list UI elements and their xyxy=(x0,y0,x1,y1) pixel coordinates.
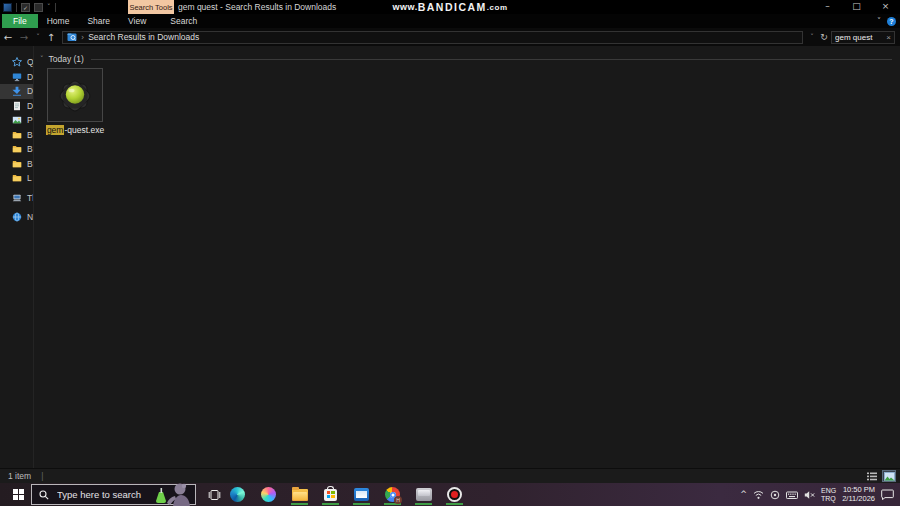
up-button[interactable]: ↑ xyxy=(44,32,58,43)
search-results-folder-icon xyxy=(67,32,77,42)
status-bar: 1 item | xyxy=(0,468,900,483)
item-count: 1 item xyxy=(8,471,31,481)
documents-icon xyxy=(12,101,22,111)
tab-view[interactable]: View xyxy=(119,14,155,28)
maximize-button[interactable]: □ xyxy=(842,0,871,14)
window-title: gem quest - Search Results in Downloads xyxy=(178,0,336,14)
task-view-button[interactable] xyxy=(203,483,225,506)
group-collapse-chevron-icon[interactable]: ˅ xyxy=(40,55,44,63)
explorer-search-input[interactable] xyxy=(832,33,885,42)
search-tools-contextual-tab[interactable]: Search Tools xyxy=(128,0,174,14)
volume-muted-icon[interactable] xyxy=(804,490,815,500)
help-icon[interactable]: ? xyxy=(887,17,896,26)
copilot-icon xyxy=(261,487,276,502)
breadcrumb[interactable]: Search Results in Downloads xyxy=(88,32,199,42)
divider xyxy=(55,3,56,12)
customize-qat-chevron-icon[interactable]: ˅ xyxy=(47,3,51,11)
pictures-icon xyxy=(12,115,22,125)
hidden-icons-chevron-icon[interactable]: ^ xyxy=(740,490,747,499)
sidebar-item-folder-3[interactable]: B xyxy=(0,157,33,172)
microsoft-store-taskbar-button[interactable] xyxy=(322,483,339,506)
close-button[interactable]: × xyxy=(871,0,900,14)
view-toggles xyxy=(865,470,896,482)
language-secondary: TRQ xyxy=(821,495,836,503)
sidebar-item-folder-4[interactable]: L xyxy=(0,171,33,186)
date: 2/11/2026 xyxy=(842,495,875,504)
edge-taskbar-button[interactable] xyxy=(229,483,246,506)
thumbnail-view-icon xyxy=(884,472,895,481)
file-name-rest: -quest.exe xyxy=(64,125,104,135)
forward-button[interactable]: → xyxy=(16,32,32,43)
sidebar-item-pictures[interactable]: P xyxy=(0,113,33,128)
tab-file[interactable]: File xyxy=(2,14,38,28)
file-explorer-taskbar-button[interactable] xyxy=(291,483,308,506)
window-controls: – □ × xyxy=(813,0,900,14)
action-center-icon[interactable] xyxy=(881,489,894,500)
sidebar-item-label: B xyxy=(27,144,33,154)
sidebar-item-label: B xyxy=(27,130,33,140)
clock[interactable]: 10:50 PM 2/11/2026 xyxy=(842,486,875,503)
desktop-icon xyxy=(12,72,22,82)
back-button[interactable]: ← xyxy=(0,32,16,43)
sidebar-item-desktop[interactable]: D xyxy=(0,70,33,85)
address-dropdown-chevron-icon[interactable]: ˅ xyxy=(808,33,816,41)
chrome-profile-badge: H xyxy=(394,496,402,504)
chrome-taskbar-button[interactable]: H xyxy=(384,483,401,506)
watermark-prefix: www. xyxy=(392,2,417,12)
language-indicator[interactable]: ENG TRQ xyxy=(821,487,836,503)
sidebar-item-label: L xyxy=(27,173,32,183)
taskbar-search-box[interactable] xyxy=(31,484,196,505)
recent-locations-chevron-icon[interactable]: ˅ xyxy=(32,33,44,41)
quick-access-toolbar: ✓ ˅ xyxy=(3,0,56,14)
group-header-today[interactable]: ˅ Today (1) xyxy=(35,46,900,64)
sidebar-item-documents[interactable]: D xyxy=(0,99,33,114)
running-indicator xyxy=(291,503,308,505)
folder-icon xyxy=(12,144,22,154)
gem-quest-app-icon xyxy=(54,74,96,116)
task-view-icon xyxy=(208,489,221,501)
refresh-icon[interactable]: ↻ xyxy=(819,32,829,42)
address-bar-row: ← → ˅ ↑ › Search Results in Downloads ˅ … xyxy=(0,28,900,46)
expand-ribbon-chevron-icon[interactable]: ˅ xyxy=(877,17,881,26)
group-divider xyxy=(91,59,892,60)
tab-search[interactable]: Search xyxy=(161,14,206,28)
sidebar-item-folder-1[interactable]: B xyxy=(0,128,33,143)
copilot-taskbar-button[interactable] xyxy=(260,483,277,506)
tab-share[interactable]: Share xyxy=(78,14,119,28)
bandicam-taskbar-button[interactable] xyxy=(446,483,463,506)
sidebar-item-folder-2[interactable]: B xyxy=(0,142,33,157)
running-indicator xyxy=(446,503,463,505)
wifi-icon[interactable] xyxy=(753,490,764,500)
start-button[interactable] xyxy=(7,483,29,506)
mail-icon xyxy=(354,488,369,501)
properties-icon[interactable]: ✓ xyxy=(21,3,30,12)
running-indicator xyxy=(415,503,432,505)
clear-search-icon[interactable]: × xyxy=(885,33,894,42)
taskbar-search-input[interactable] xyxy=(55,488,154,501)
explorer-search-box[interactable]: × xyxy=(831,31,895,44)
file-item-gem-quest[interactable] xyxy=(47,68,103,122)
app-taskbar-button[interactable] xyxy=(415,483,432,506)
sidebar-item-network[interactable]: N xyxy=(0,210,33,225)
tab-home[interactable]: Home xyxy=(38,14,79,28)
minimize-button[interactable]: – xyxy=(813,0,842,14)
quick-access-star-icon xyxy=(12,57,22,67)
file-name[interactable]: gem-quest.exe xyxy=(35,125,115,135)
sidebar-item-this-pc[interactable]: Th xyxy=(0,191,33,206)
sidebar-item-label: N xyxy=(27,212,33,222)
address-bar[interactable]: › Search Results in Downloads xyxy=(62,31,803,44)
touch-keyboard-icon[interactable] xyxy=(786,490,798,500)
microsoft-store-icon xyxy=(324,489,337,501)
folder-icon xyxy=(12,159,22,169)
thumbnail-view-button[interactable] xyxy=(882,470,896,482)
mail-taskbar-button[interactable] xyxy=(353,483,370,506)
details-view-button[interactable] xyxy=(865,470,879,482)
tray-app-icon[interactable] xyxy=(770,490,780,500)
sidebar-item-quick-access[interactable]: Q xyxy=(0,55,33,70)
sidebar-item-downloads[interactable]: D xyxy=(0,84,33,99)
new-folder-icon[interactable] xyxy=(34,3,43,12)
bandicam-record-icon xyxy=(447,487,462,502)
sidebar-item-label: P xyxy=(27,115,33,125)
explorer-window-icon xyxy=(3,3,12,12)
folder-icon xyxy=(12,130,22,140)
